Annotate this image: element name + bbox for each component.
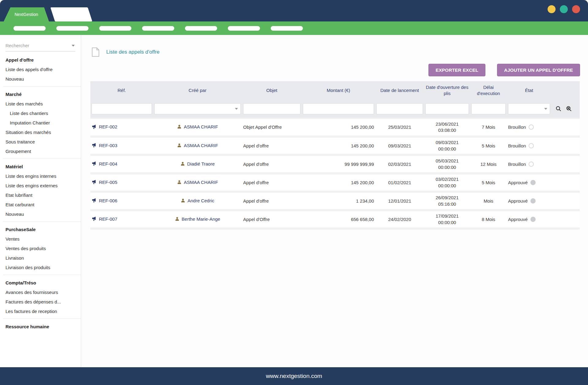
offer-delai: Mois — [470, 192, 507, 210]
offer-ref-link[interactable]: REF-003 — [92, 143, 117, 148]
nav-menu-item-2[interactable] — [56, 26, 89, 31]
offers-table: Réf.Créé parObjetMontant (€)Date de lanc… — [90, 81, 580, 230]
table-row: REF-004 Diadié Traore Appel d'offre 99 9… — [90, 155, 580, 173]
sidebar-item[interactable]: Liste des marchés — [0, 99, 81, 109]
nav-menu-item-3[interactable] — [99, 26, 131, 31]
filter-ref-input[interactable] — [92, 103, 152, 114]
window-minimize-button[interactable] — [548, 5, 556, 13]
created-by-link[interactable]: Diadié Traore — [180, 161, 215, 166]
column-header: Objet — [242, 81, 302, 100]
window-close-button[interactable] — [572, 5, 580, 13]
sidebar-item[interactable]: Liste des engins internes — [0, 171, 81, 181]
offer-objet: Appel d'offre — [242, 137, 302, 155]
nav-menu-item-7[interactable] — [271, 26, 303, 31]
offer-ref-link[interactable]: REF-002 — [92, 124, 117, 129]
filter-date-ouverture-input[interactable] — [425, 103, 469, 114]
export-excel-button[interactable]: EXPORTER EXCEL — [428, 64, 485, 76]
sidebar-item[interactable]: Groupement — [0, 147, 81, 156]
chevron-down-icon[interactable] — [72, 45, 75, 47]
status-indicator — [529, 143, 534, 148]
offer-objet: Appel d'offre — [242, 155, 302, 173]
sidebar-item[interactable]: Etat carburant — [0, 200, 81, 209]
sidebar-item[interactable]: Liste des chantiers — [0, 109, 81, 118]
offer-objet: Appel d'offre — [242, 173, 302, 192]
column-header — [551, 81, 580, 100]
filter-objet-input[interactable] — [243, 103, 300, 114]
offer-ref-link[interactable]: REF-006 — [92, 198, 117, 203]
status-label: Approuvé — [508, 198, 528, 204]
offer-montant: 1 234,00 — [302, 192, 375, 210]
offer-objet: Appel d'Offre — [242, 210, 302, 229]
sidebar-item[interactable]: Factures des dépenses d... — [0, 297, 81, 307]
table-body: REF-002 ASMAA CHARIF Objet Appel d'Offre… — [90, 118, 580, 229]
sidebar-item[interactable]: Situation des marchés — [0, 128, 81, 137]
sidebar-section-heading: Ressource humaine — [0, 321, 81, 331]
sidebar-item[interactable]: Sous traitance — [0, 137, 81, 147]
nav-menu-item-4[interactable] — [142, 26, 174, 31]
person-icon — [180, 162, 185, 166]
offer-date-ouverture: 26/09/2021 05:16:00 — [424, 192, 470, 210]
brand-tab: NextGestion — [4, 7, 49, 21]
sidebar-divider — [3, 86, 81, 86]
table-header-row: Réf.Créé parObjetMontant (€)Date de lanc… — [90, 81, 580, 100]
filter-etat-select[interactable] — [508, 103, 550, 114]
nav-menu-item-5[interactable] — [185, 26, 217, 31]
sidebar-item[interactable]: Liste des appels d'offre — [0, 65, 81, 74]
sidebar-item[interactable]: Livraison des produits — [0, 263, 81, 272]
add-offer-button[interactable]: AJOUTER UN APPEL D'OFFRE — [497, 64, 580, 76]
sidebar-section-heading: PurchaseSale — [0, 224, 81, 234]
offer-montant: 656 658,00 — [302, 210, 375, 229]
search-icon[interactable] — [556, 106, 561, 112]
offer-date-ouverture: 09/03/2021 00:00:00 — [424, 137, 470, 155]
sidebar-item[interactable]: Liste des engins externes — [0, 181, 81, 190]
offer-delai: 8 Mois — [470, 210, 507, 229]
sidebar: Appel d'offreListe des appels d'offreNou… — [0, 35, 81, 367]
sidebar-divider — [3, 275, 81, 275]
created-by-link[interactable]: ASMAA CHARIF — [177, 124, 218, 129]
sidebar-item[interactable]: Etat lubrifiant — [0, 190, 81, 200]
offer-ref-link[interactable]: REF-007 — [92, 216, 117, 222]
window-maximize-button[interactable] — [560, 5, 568, 13]
sidebar-item[interactable]: Imputation Chantier — [0, 118, 81, 128]
status-label: Brouillon — [508, 124, 526, 130]
created-by-link[interactable]: ASMAA CHARIF — [177, 180, 218, 185]
offer-date-lancement: 12/01/2021 — [375, 192, 424, 210]
sidebar-item[interactable]: Nouveau — [0, 209, 81, 219]
filter-date-lancement-input[interactable] — [376, 103, 423, 114]
megaphone-icon — [92, 161, 97, 166]
status-indicator — [530, 180, 536, 185]
filter-delai-input[interactable] — [471, 103, 506, 114]
filter-montant-input[interactable] — [303, 103, 374, 114]
created-by-link[interactable]: Andre Cedric — [181, 198, 214, 203]
nav-menu-item-1[interactable] — [13, 26, 46, 31]
offer-ref-link[interactable]: REF-005 — [92, 180, 117, 185]
offer-ref-link[interactable]: REF-004 — [92, 161, 117, 166]
sidebar-item[interactable]: Avances des fournisseurs — [0, 288, 81, 297]
search-input[interactable] — [6, 43, 64, 48]
column-header: Délai d'execution — [470, 81, 507, 100]
created-by-link[interactable]: Berthe Marie-Ange — [175, 216, 220, 222]
sidebar-item[interactable]: Ventes des produits — [0, 244, 81, 253]
offer-date-lancement: 25/03/2021 — [375, 118, 424, 137]
person-icon — [177, 180, 182, 185]
sidebar-item[interactable]: Livraison — [0, 253, 81, 263]
status-label: Approuvé — [508, 217, 528, 222]
sidebar-divider — [3, 318, 81, 319]
created-by-link[interactable]: ASMAA CHARIF — [177, 143, 218, 148]
footer: www.nextgestion.com — [0, 367, 588, 385]
offer-montant: 145 200,00 — [302, 118, 375, 137]
main-navbar — [0, 21, 588, 35]
sidebar-item[interactable]: Les factures de reception — [0, 307, 81, 316]
sidebar-search — [6, 43, 75, 51]
sidebar-section-heading: Compta/Tréso — [0, 277, 81, 288]
filter-created-by-select[interactable] — [154, 103, 241, 114]
nav-menu-item-6[interactable] — [228, 26, 260, 31]
brand-name: NextGestion — [14, 12, 38, 17]
offer-date-lancement: 02/03/2021 — [375, 155, 424, 173]
sidebar-section-heading: Marché — [0, 89, 81, 99]
clear-search-icon[interactable] — [566, 106, 572, 112]
sidebar-item[interactable]: Nouveau — [0, 74, 81, 84]
megaphone-icon — [92, 216, 97, 221]
table-row: REF-007 Berthe Marie-Ange Appel d'Offre … — [90, 210, 580, 229]
sidebar-item[interactable]: Ventes — [0, 234, 81, 244]
